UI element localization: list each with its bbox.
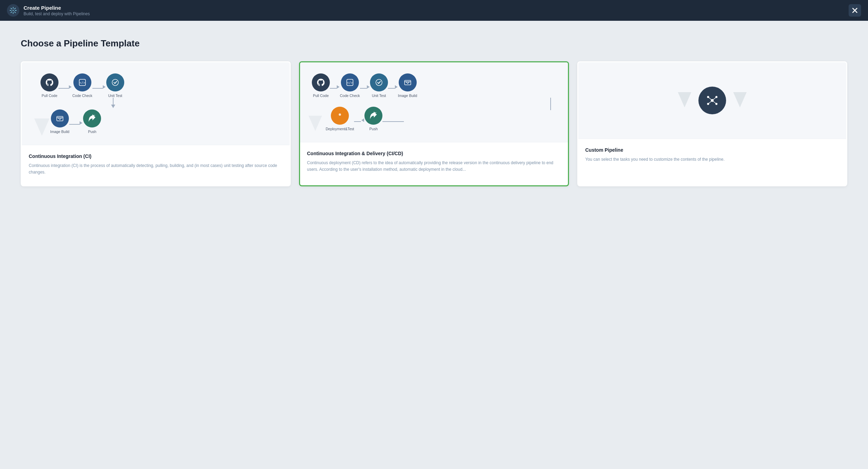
cicd-unit-test-icon — [370, 73, 388, 91]
ci-push-icon — [83, 109, 101, 127]
ci-pull-code-node: Pull Code — [40, 73, 58, 98]
ci-unit-test-label: Unit Test — [108, 94, 122, 98]
custom-network-icon — [698, 87, 726, 114]
ci-arrow-2 — [92, 88, 103, 89]
cards-grid: Pull Code </> Code C — [21, 61, 847, 186]
ci-down-arrowhead — [111, 105, 115, 108]
header-text: Create Pipeline Build, test and deploy w… — [24, 5, 90, 16]
custom-card[interactable]: Custom Pipeline You can select the tasks… — [577, 61, 847, 186]
ci-unit-test-icon — [106, 73, 124, 91]
svg-line-6 — [15, 12, 16, 13]
svg-line-32 — [708, 100, 712, 104]
custom-center-node — [698, 87, 726, 114]
ci-arrowhead-3 — [80, 121, 82, 125]
cicd-card-desc: Continuous deployment (CD) refers to the… — [307, 160, 561, 173]
ci-card[interactable]: Pull Code </> Code C — [21, 61, 291, 186]
ci-github-icon — [40, 73, 58, 91]
svg-text:</>: </> — [80, 81, 85, 85]
ci-big-arrow — [30, 118, 45, 134]
ci-unit-test-node: Unit Test — [106, 73, 124, 98]
ci-card-title: Continuous Integration (CI) — [29, 153, 283, 159]
app-header: Create Pipeline Build, test and deploy w… — [0, 0, 868, 21]
custom-card-info: Custom Pipeline You can select the tasks… — [578, 139, 846, 172]
svg-point-23 — [339, 114, 341, 116]
ci-arrowhead-1 — [69, 85, 72, 89]
svg-line-31 — [712, 97, 716, 100]
svg-line-7 — [15, 8, 16, 9]
cicd-deploy-label: Deployment&Test — [326, 127, 354, 131]
ci-pull-code-label: Pull Code — [42, 94, 57, 98]
ci-arrow-3 — [69, 124, 80, 125]
ci-push-label: Push — [88, 130, 96, 134]
cicd-unit-test-node: Unit Test — [370, 73, 388, 98]
custom-big-arrow-right — [733, 92, 747, 109]
svg-point-13 — [112, 79, 118, 86]
svg-point-19 — [376, 79, 382, 86]
svg-line-5 — [11, 8, 12, 9]
cicd-card-info: Continuous Integration & Delivery (CI/CD… — [300, 142, 568, 183]
cicd-push-node: Push — [364, 107, 382, 131]
app-logo-icon — [7, 4, 19, 17]
close-button[interactable] — [849, 4, 861, 17]
ci-code-check-icon: </> — [73, 73, 91, 91]
svg-line-33 — [712, 100, 716, 104]
cicd-code-check-icon: </> — [341, 73, 359, 91]
cicd-diagram: Pull Code </> Code Check — [300, 62, 568, 142]
svg-marker-14 — [34, 118, 49, 136]
header-left: Create Pipeline Build, test and deploy w… — [7, 4, 90, 17]
ci-code-check-label: Code Check — [72, 94, 92, 98]
cicd-image-build-label: Image Build — [398, 94, 417, 98]
cicd-code-check-label: Code Check — [340, 94, 360, 98]
cicd-pull-code-label: Pull Code — [313, 94, 329, 98]
custom-card-desc: You can select the tasks you need to cus… — [585, 156, 839, 163]
ci-push-node: Push — [83, 109, 101, 134]
svg-line-8 — [11, 12, 12, 13]
ci-image-build-label: Image Build — [50, 130, 69, 134]
ci-arrowhead-2 — [103, 85, 106, 89]
cicd-github-icon — [312, 73, 330, 91]
ci-image-build-icon — [51, 109, 69, 127]
ci-arrow-1 — [58, 88, 69, 89]
cicd-deploy-node: Deployment&Test — [326, 107, 354, 131]
ci-image-build-node: Image Build — [50, 109, 69, 134]
header-title: Create Pipeline — [24, 5, 90, 11]
cicd-image-build-icon — [399, 73, 417, 91]
cicd-image-build-node: Image Build — [398, 73, 417, 98]
ci-code-check-node: </> Code Check — [72, 73, 92, 98]
svg-line-30 — [708, 97, 712, 100]
svg-marker-34 — [733, 92, 747, 107]
cicd-pull-code-node: Pull Code — [312, 73, 330, 98]
custom-diagram — [578, 62, 846, 139]
cicd-big-arrow — [308, 116, 322, 131]
svg-point-0 — [12, 10, 14, 11]
main-content: Choose a Pipeline Template Pull Code — [0, 21, 868, 204]
header-subtitle: Build, test and deploy with Pipelines — [24, 11, 90, 16]
cicd-code-check-node: </> Code Check — [340, 73, 360, 98]
cicd-push-label: Push — [369, 127, 378, 131]
ci-card-desc: Continuous integration (CI) is the proce… — [29, 162, 283, 176]
ci-down-arrow-shaft — [113, 98, 114, 105]
cicd-card[interactable]: Pull Code </> Code Check — [299, 61, 569, 186]
svg-rect-15 — [57, 116, 63, 121]
custom-card-title: Custom Pipeline — [585, 147, 839, 153]
custom-big-arrow — [678, 92, 691, 109]
cicd-unit-test-label: Unit Test — [372, 94, 386, 98]
page-title: Choose a Pipeline Template — [21, 38, 847, 49]
ci-card-info: Continuous Integration (CI) Continuous i… — [22, 145, 290, 185]
svg-marker-22 — [309, 116, 322, 131]
ci-diagram: Pull Code </> Code C — [22, 62, 290, 145]
cicd-card-title: Continuous Integration & Delivery (CI/CD… — [307, 151, 561, 156]
svg-marker-24 — [678, 92, 691, 107]
svg-text:</>: </> — [347, 81, 353, 85]
svg-rect-20 — [405, 80, 411, 85]
